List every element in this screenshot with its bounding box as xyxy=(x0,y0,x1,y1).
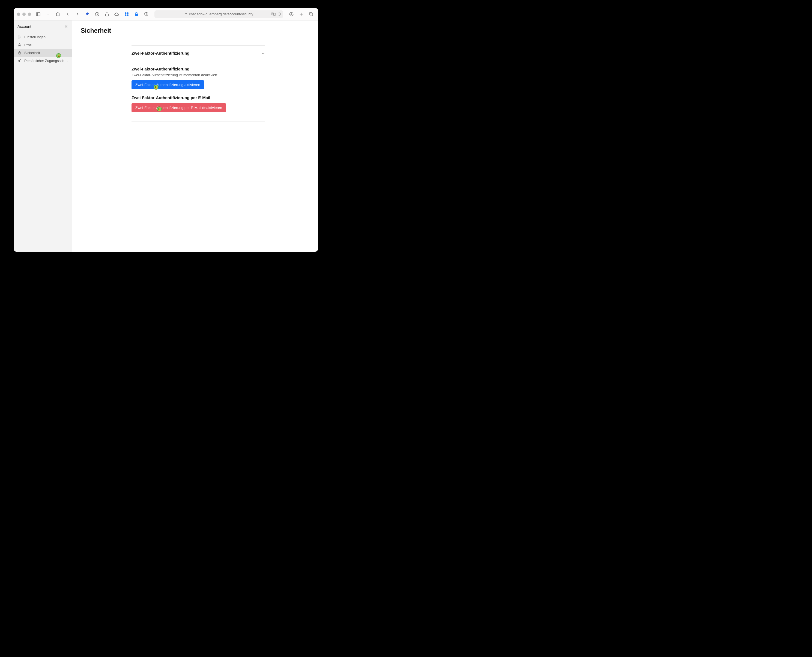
svg-line-30 xyxy=(20,60,21,60)
maximize-window-icon[interactable] xyxy=(28,12,31,16)
minimize-window-icon[interactable] xyxy=(22,12,26,16)
back-button[interactable] xyxy=(64,10,71,18)
sidebar-item-settings[interactable]: Einstellungen xyxy=(14,33,72,41)
close-icon[interactable] xyxy=(64,25,68,28)
sidebar-item-token[interactable]: Persönlicher Zugangsschlüs… xyxy=(14,57,72,65)
svg-rect-6 xyxy=(125,14,126,16)
svg-rect-8 xyxy=(135,14,138,16)
account-sidebar: Account Einstellungen Profil xyxy=(14,20,72,252)
sidebar-title: Account xyxy=(17,24,31,29)
page-title: Sicherheit xyxy=(81,27,309,34)
extension-icon[interactable] xyxy=(84,10,91,18)
browser-toolbar: chat.adbk-nuernberg.de/account/security … xyxy=(14,8,318,20)
sliders-icon xyxy=(17,35,22,39)
address-bar[interactable]: chat.adbk-nuernberg.de/account/security … xyxy=(154,10,283,18)
content-area: Sicherheit Zwei-Faktor-Authentifizierung… xyxy=(72,20,318,252)
svg-point-28 xyxy=(18,61,20,62)
close-window-icon[interactable] xyxy=(17,12,20,16)
new-tab-button[interactable] xyxy=(297,10,305,18)
section-title: Zwei-Faktor-Authentifizierung xyxy=(132,51,189,55)
sidebar-item-label: Persönlicher Zugangsschlüs… xyxy=(24,59,68,63)
tfa-status: Zwei-Faktor-Authentifizierung ist moment… xyxy=(132,73,265,77)
forward-button[interactable] xyxy=(74,10,81,18)
svg-text:A: A xyxy=(272,13,273,15)
svg-point-24 xyxy=(20,37,20,37)
tab-overview-button[interactable] xyxy=(307,10,315,18)
downloads-button[interactable] xyxy=(287,10,295,18)
svg-rect-12 xyxy=(273,13,276,16)
app-grid-icon[interactable] xyxy=(123,10,130,18)
svg-rect-10 xyxy=(185,14,186,15)
security-panel: Zwei-Faktor-Authentifizierung Zwei-Fakto… xyxy=(132,45,265,122)
translate-icon[interactable]: A xyxy=(271,12,276,16)
sidebar-item-label: Sicherheit xyxy=(24,51,40,55)
user-icon xyxy=(17,43,22,47)
sidebar-item-profile[interactable]: Profil xyxy=(14,41,72,49)
share-button[interactable] xyxy=(103,10,111,18)
sidebar-toggle-button[interactable] xyxy=(34,10,42,18)
url-text: chat.adbk-nuernberg.de/account/security xyxy=(189,12,253,16)
enable-tfa-button[interactable]: Zwei-Faktor-Authentifizierung aktivieren xyxy=(132,80,204,89)
svg-rect-27 xyxy=(18,53,21,54)
home-button[interactable] xyxy=(54,10,62,18)
sidebar-list: Einstellungen Profil Sicherheit xyxy=(14,33,72,65)
svg-rect-0 xyxy=(36,12,40,16)
section-content: Zwei-Faktor-Authentifizierung Zwei-Fakto… xyxy=(132,61,265,122)
sidebar-item-label: Einstellungen xyxy=(24,35,45,39)
svg-rect-17 xyxy=(310,13,313,16)
tab-group-dropdown[interactable] xyxy=(44,10,52,18)
sidebar-item-label: Profil xyxy=(24,43,33,47)
page-body: Account Einstellungen Profil xyxy=(14,20,318,252)
history-button[interactable] xyxy=(93,10,101,18)
tfa-email-block: Zwei-Faktor-Authentifizierung per E-Mail… xyxy=(132,95,265,112)
icloud-button[interactable] xyxy=(113,10,121,18)
svg-point-26 xyxy=(19,44,20,45)
sidebar-item-security[interactable]: Sicherheit xyxy=(14,49,72,57)
svg-rect-4 xyxy=(125,12,126,14)
disable-tfa-email-button[interactable]: Zwei-Faktor-Authentifizierung per E-Mail… xyxy=(132,103,226,112)
password-manager-icon[interactable] xyxy=(133,10,140,18)
reload-icon[interactable] xyxy=(278,12,281,16)
lock-icon xyxy=(185,12,188,16)
section-header-tfa[interactable]: Zwei-Faktor-Authentifizierung xyxy=(132,45,265,61)
lock-icon xyxy=(17,51,22,55)
tfa-heading: Zwei-Faktor-Authentifizierung xyxy=(132,67,265,71)
svg-rect-5 xyxy=(127,12,129,14)
svg-rect-7 xyxy=(127,14,129,16)
window-controls[interactable] xyxy=(17,12,31,16)
privacy-shield-icon[interactable] xyxy=(143,10,150,18)
tfa-email-heading: Zwei-Faktor-Authentifizierung per E-Mail xyxy=(132,95,265,100)
browser-window: chat.adbk-nuernberg.de/account/security … xyxy=(14,8,318,252)
sidebar-header: Account xyxy=(14,20,72,33)
chevron-up-icon xyxy=(261,51,265,55)
key-icon xyxy=(17,59,22,63)
svg-point-23 xyxy=(19,36,19,37)
svg-point-25 xyxy=(19,38,19,39)
tfa-block: Zwei-Faktor-Authentifizierung Zwei-Fakto… xyxy=(132,67,265,89)
